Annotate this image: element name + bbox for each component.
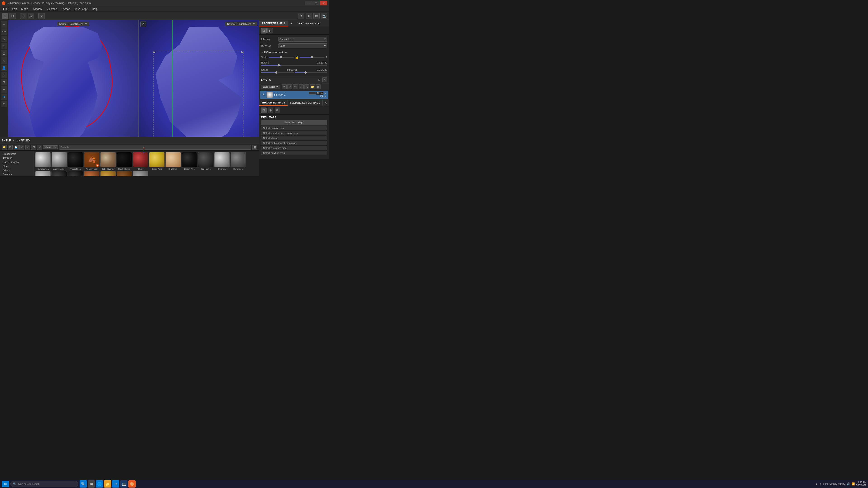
window-controls[interactable]: ─ □ ✕ (305, 1, 327, 5)
material-carbon[interactable]: Carbon Fiber (182, 152, 197, 170)
paint-tool-btn[interactable]: ✏ (293, 84, 298, 89)
offset-thumb-x[interactable] (275, 71, 277, 74)
select-normal-map-button[interactable]: Select normal map (261, 126, 327, 130)
vp-settings-icon[interactable]: ⚙ (141, 21, 146, 27)
bp-icon-display[interactable]: ⊡ (261, 107, 267, 113)
shelf-save-btn[interactable]: 💾 (13, 145, 19, 150)
offset-track-y[interactable] (295, 72, 328, 73)
material-gold2[interactable]: Gold... (100, 171, 116, 176)
channel-select[interactable]: Base Color ▼ (261, 85, 280, 89)
texture-set-settings-tab[interactable]: TEXTURE SET SETTINGS (288, 100, 323, 105)
tool-ps[interactable]: Ps (1, 94, 7, 100)
material-dark3[interactable]: Metal... (68, 171, 83, 176)
tool-flip[interactable]: ⊕ (28, 13, 34, 19)
material-grey[interactable]: Steel... (133, 171, 148, 176)
material-dark1[interactable]: Dark Mat... (198, 152, 213, 170)
delete-btn[interactable]: 🗑 (315, 84, 320, 89)
rotation-track[interactable] (261, 65, 327, 66)
menu-python[interactable]: Python (59, 7, 72, 11)
select-ambient-occlusion-map-button[interactable]: Select ambient occlusion map (261, 141, 327, 145)
tool-smudge[interactable]: 〰 (1, 29, 7, 35)
material-autumn[interactable]: 🍂 ✦ Autumn Leaf (84, 152, 99, 170)
material-light[interactable]: Fabric... (35, 171, 51, 176)
tool-transform[interactable]: ⊞ (2, 13, 8, 19)
material-denim[interactable]: Black_Denim (117, 152, 132, 170)
tool-pen[interactable]: 🖊 (1, 72, 7, 78)
shelf-grid-btn[interactable]: ⊡ (8, 145, 13, 150)
properties-fill-tab[interactable]: PROPERTIES - FILL (259, 21, 288, 26)
menu-help[interactable]: Help (90, 7, 100, 11)
material-rust[interactable]: Rust... (117, 171, 132, 176)
material-copper[interactable]: Copper... (84, 171, 99, 176)
viewport-dropdown-right[interactable]: Normal+Height+Mesh ▼ (225, 22, 257, 26)
select-curvature-map-button[interactable]: Select curvature map (261, 146, 327, 150)
select-position-map-button[interactable]: Select position map (261, 151, 327, 155)
tool-fill[interactable]: ◎ (1, 36, 7, 42)
material-aluminium1[interactable]: Aluminium ... (35, 152, 51, 170)
tool-pause[interactable]: ⏸ (306, 13, 312, 19)
rotation-thumb[interactable] (278, 64, 280, 66)
add-fill-layer-btn[interactable]: ↺ (287, 84, 292, 89)
tool-prev[interactable]: ⏮ (20, 13, 26, 19)
filter-remove-button[interactable]: ✕ (54, 146, 56, 149)
effect-btn[interactable]: 〽 (304, 84, 309, 89)
tool-share[interactable]: ⊙ (1, 101, 7, 107)
layers-resize-icon[interactable]: ⊡ (317, 77, 322, 82)
shelf-cat-brushes[interactable]: Brushes (2, 172, 32, 176)
tool-paint[interactable]: ✏ (1, 21, 7, 28)
viewport-dropdown-left[interactable]: Normal+Height+Mesh ▼ (57, 22, 89, 26)
scale-track-x[interactable] (269, 57, 294, 58)
tool-settings[interactable]: ⚙ (1, 79, 7, 86)
shelf-close-button[interactable]: ✕ (12, 139, 15, 142)
offset-thumb-y[interactable] (305, 71, 307, 74)
fill-tool-btn[interactable]: ◎ (299, 84, 304, 89)
panel-icon-settings[interactable]: ◐ (268, 28, 273, 33)
tool-eye[interactable]: 👁 (298, 13, 304, 19)
shelf-import-btn[interactable]: ↩ (25, 145, 30, 150)
shelf-cat-textures[interactable]: Textures (2, 156, 32, 160)
shader-settings-tab[interactable]: SHADER SETTINGS (259, 100, 288, 106)
lock-icon[interactable]: 🔒 (295, 55, 299, 59)
bp-icon-settings[interactable]: ◐ (268, 107, 273, 113)
tool-rotate[interactable]: ↺ (38, 13, 45, 19)
shelf-untitled-tab[interactable]: UNTITLED (17, 139, 30, 142)
menu-javascript[interactable]: JavaScript (72, 7, 90, 11)
menu-mode[interactable]: Mode (19, 7, 30, 11)
tool-layers[interactable]: ≡ (1, 86, 7, 93)
material-brass[interactable]: Brass Pure (149, 152, 164, 170)
material-dark2[interactable]: Leather... (52, 171, 67, 176)
tool-person[interactable]: 👤 (1, 65, 7, 71)
menu-file[interactable]: File (1, 7, 10, 11)
layer-visibility-icon[interactable]: 👁 (262, 93, 265, 96)
material-aluminium2[interactable]: Aluminium ... (52, 152, 67, 170)
material-silver[interactable]: Chrome... (214, 152, 230, 170)
material-blush[interactable]: Blush (133, 152, 148, 170)
tool-erase[interactable]: ◻ (1, 50, 7, 57)
shelf-cat-filters[interactable]: Filters (2, 168, 32, 172)
tool-view[interactable]: ⊞ (313, 13, 320, 19)
select-world-space-normal-map-button[interactable]: Select world space normal map (261, 131, 327, 135)
offset-track-x[interactable] (261, 72, 294, 73)
scale-track-y[interactable] (300, 57, 324, 58)
select-id-map-button[interactable]: Select id map (261, 136, 327, 140)
layers-close-button[interactable]: ✕ (322, 77, 327, 82)
close-button[interactable]: ✕ (320, 1, 327, 5)
menu-viewport[interactable]: Viewport (44, 7, 59, 11)
grid-size-button[interactable]: ⊞ (252, 145, 257, 150)
shelf-filter-btn[interactable]: ⊟ (31, 145, 36, 150)
folder-btn[interactable]: 📁 (310, 84, 315, 89)
shelf-tab[interactable]: SHELF (2, 139, 11, 142)
scale-thumb-x[interactable] (280, 56, 282, 58)
material-stone[interactable]: Concrete... (230, 152, 246, 170)
shelf-folder-btn[interactable]: 📁 (2, 145, 7, 150)
panel-icon-display[interactable]: ⊡ (261, 28, 267, 33)
material-baked[interactable]: Baked Light... (100, 152, 116, 170)
properties-close-button[interactable]: ✕ (288, 20, 295, 27)
bp-icon-mesh[interactable]: ⊞ (275, 107, 280, 113)
filtering-select[interactable]: Bilinear | HQ ▼ (278, 37, 327, 41)
add-paint-layer-btn[interactable]: ✦ (282, 84, 287, 89)
layer-name[interactable]: Fill layer 1 (274, 93, 308, 96)
uv-transformations-header[interactable]: ▼ UV transformations (261, 50, 327, 54)
shelf-cat-skin[interactable]: Skin (2, 164, 32, 168)
menu-window[interactable]: Window (30, 7, 44, 11)
